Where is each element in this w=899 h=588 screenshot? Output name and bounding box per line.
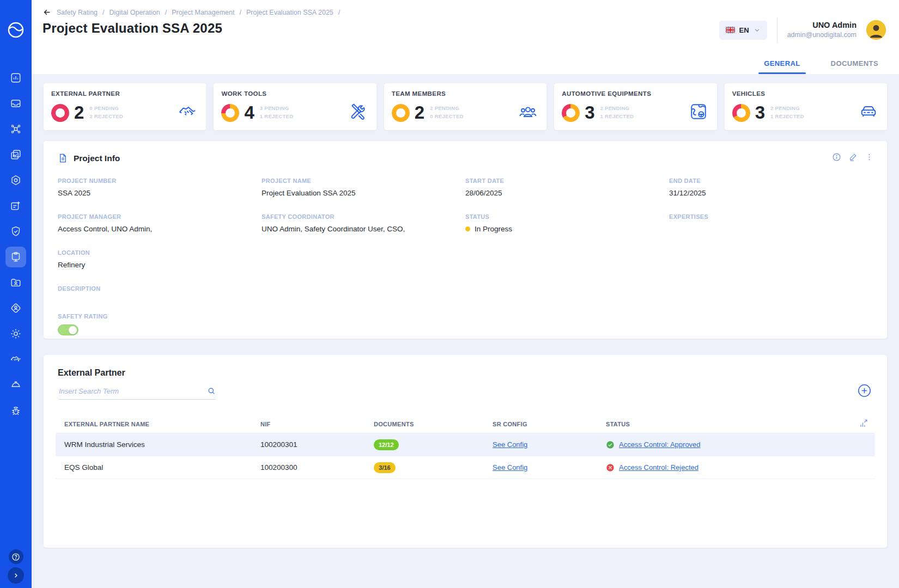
sidebar-item-settings[interactable]: [5, 323, 26, 344]
stat-card-team-members: TEAM MEMBERS 2 2 PENDING 0 REJECTED: [384, 83, 546, 130]
sidebar-item-contacts[interactable]: [5, 272, 26, 293]
tab-documents[interactable]: DOCUMENTS: [828, 59, 882, 74]
language-code: EN: [739, 26, 749, 34]
see-config-link[interactable]: See Config: [493, 463, 527, 471]
access-control-status-link[interactable]: Access Control: Approved: [619, 440, 701, 449]
help-icon: [11, 553, 20, 561]
external-partner-panel: External Partner EXTERNAL PARTNER NAME N…: [44, 355, 887, 548]
document-icon: [58, 153, 68, 163]
stat-cards-row: EXTERNAL PARTNER 2 0 PENDING 2 REJECTED …: [44, 83, 887, 130]
col-header-status: STATUS: [597, 421, 859, 427]
search-input[interactable]: [59, 387, 207, 395]
table-header-row: EXTERNAL PARTNER NAME NIF DOCUMENTS SR C…: [56, 415, 875, 433]
page-title: Project Evaluation SSA 2025: [42, 21, 340, 36]
language-selector[interactable]: EN: [719, 21, 767, 40]
sidebar-item-form-add[interactable]: [5, 195, 26, 216]
avatar[interactable]: [866, 20, 886, 40]
breadcrumb-item[interactable]: Safety Rating: [57, 9, 98, 16]
add-partner-button[interactable]: [857, 383, 872, 398]
project-info-actions: [832, 152, 874, 162]
stat-sub-labels: 0 PENDING 2 REJECTED: [89, 105, 123, 120]
sidebar-item-partners[interactable]: [5, 349, 26, 370]
kebab-menu-icon[interactable]: [865, 152, 874, 162]
stat-sub-labels: 2 PENDING 0 REJECTED: [430, 105, 464, 120]
car-icon: [859, 102, 878, 124]
stat-card-title: TEAM MEMBERS: [392, 90, 538, 97]
sidebar-item-user-badge[interactable]: [5, 298, 26, 318]
external-partner-table: EXTERNAL PARTNER NAME NIF DOCUMENTS SR C…: [56, 415, 875, 479]
stat-card-automotive-equipments: AUTOMOTIVE EQUIPMENTS 3 2 PENDING 1 REJE…: [554, 83, 716, 130]
field-safety-coordinator: SAFETY COORDINATOR UNO Admin, Safety Coo…: [262, 213, 465, 233]
app-logo-icon[interactable]: [7, 21, 25, 39]
handshake-icon: [178, 102, 197, 124]
field-safety-rating: SAFETY RATING: [58, 313, 873, 335]
see-config-link[interactable]: See Config: [493, 440, 527, 449]
donut-chart: [562, 104, 580, 122]
donut-chart: [392, 104, 410, 122]
help-button[interactable]: [9, 549, 23, 564]
stat-value: 4: [244, 102, 254, 123]
donut-chart: [221, 104, 239, 122]
clipboard-device-icon: [10, 251, 22, 263]
field-end-date: END DATE 31/12/2025: [669, 177, 873, 197]
stat-sub-labels: 2 PENDING 1 REJECTED: [600, 105, 634, 120]
sidebar-item-safety[interactable]: [5, 221, 26, 242]
sidebar-item-hardhat[interactable]: [5, 375, 26, 395]
stat-value: 2: [74, 102, 84, 123]
plus-circle-icon: [857, 383, 872, 398]
sidebar-item-config[interactable]: [5, 170, 26, 191]
col-header-name: EXTERNAL PARTNER NAME: [56, 421, 252, 427]
hardhat-icon: [10, 379, 22, 391]
breadcrumb-item[interactable]: Digital Operation: [110, 9, 160, 16]
breadcrumb-item[interactable]: Project Management: [172, 9, 234, 16]
external-partner-title: External Partner: [58, 368, 875, 378]
form-add-icon: [10, 200, 22, 212]
access-control-status-link[interactable]: Access Control: Rejected: [619, 463, 698, 471]
sidebar-item-network[interactable]: [5, 119, 26, 139]
status-dot: [465, 226, 470, 231]
sidebar-item-dashboard[interactable]: [5, 68, 26, 88]
cell-nif: 100200301: [252, 440, 365, 449]
stat-card-title: VEHICLES: [732, 90, 878, 97]
col-header-sr-config: SR CONFIG: [484, 421, 597, 427]
tab-general[interactable]: GENERAL: [761, 59, 803, 74]
col-header-nif: NIF: [252, 421, 365, 427]
breadcrumb-separator: /: [338, 9, 340, 16]
main-area: Safety Rating / Digital Operation / Proj…: [32, 0, 899, 588]
cell-partner-name: EQS Global: [56, 463, 252, 471]
donut-chart: [732, 104, 750, 122]
field-location: LOCATION Refinery: [58, 249, 873, 269]
map-icon: [689, 102, 708, 124]
sidebar-item-projects[interactable]: [5, 247, 26, 267]
hex-gear-icon: [10, 174, 22, 186]
edit-icon[interactable]: [848, 152, 858, 162]
field-project-manager: PROJECT MANAGER Access Control, UNO Admi…: [58, 213, 262, 233]
search-icon[interactable]: [207, 387, 216, 395]
field-start-date: START DATE 28/06/2025: [465, 177, 669, 197]
breadcrumb-separator: /: [102, 9, 104, 16]
table-row[interactable]: EQS Global 100200300 3/16 See Config Acc…: [56, 456, 875, 479]
table-stats-icon[interactable]: [859, 419, 875, 430]
info-icon[interactable]: [832, 152, 841, 162]
user-badge-icon: [10, 302, 22, 314]
network-icon: [10, 123, 22, 135]
user-email: admin@unodigital.com: [787, 30, 857, 40]
inbox-icon: [10, 97, 22, 109]
bar-chart-icon: [10, 72, 22, 84]
gear-icon: [10, 328, 22, 340]
field-project-name: PROJECT NAME Project Evaluation SSA 2025: [262, 177, 465, 197]
sidebar-expand-button[interactable]: [8, 567, 24, 584]
table-row[interactable]: WRM Industrial Services 100200301 12/12 …: [56, 433, 875, 456]
breadcrumb-item[interactable]: Project Evaluation SSA 2025: [246, 9, 333, 16]
chevron-right-icon: [11, 571, 20, 580]
sidebar-item-inbox[interactable]: [5, 93, 26, 114]
documents-badge: 3/16: [374, 462, 396, 473]
stat-card-title: EXTERNAL PARTNER: [51, 90, 197, 97]
sidebar-item-bug[interactable]: [5, 400, 26, 421]
back-arrow-icon[interactable]: [42, 8, 52, 17]
breadcrumb: Safety Rating / Digital Operation / Proj…: [42, 8, 340, 17]
sidebar-item-documents[interactable]: [5, 144, 26, 165]
cell-partner-name: WRM Industrial Services: [56, 440, 252, 449]
stat-card-vehicles: VEHICLES 3 2 PENDING 1 REJECTED: [725, 83, 887, 130]
safety-rating-toggle[interactable]: [58, 324, 78, 335]
